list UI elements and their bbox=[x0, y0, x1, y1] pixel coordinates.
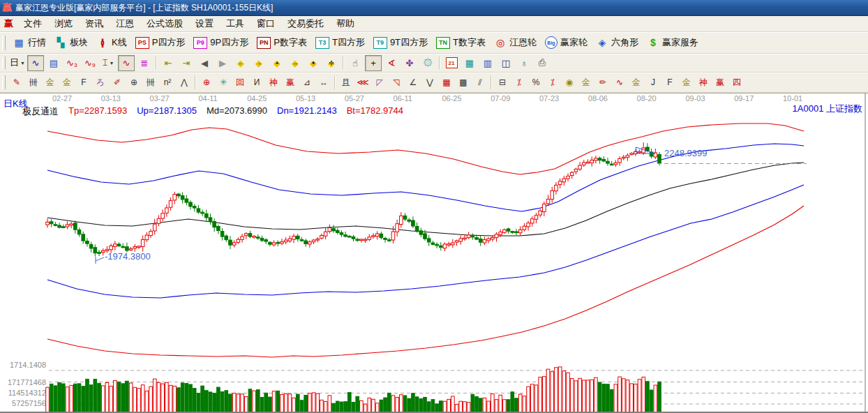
toolbar-button-t-square[interactable]: T3T四方形 bbox=[311, 34, 369, 51]
calendar-tool[interactable]: 21 bbox=[443, 55, 460, 71]
pencil-tool[interactable]: ✎ bbox=[9, 75, 24, 90]
star-grid[interactable]: ✳ bbox=[216, 75, 231, 90]
menu-trade-entrust[interactable]: 交易委托 bbox=[281, 17, 330, 30]
grid-box-red[interactable]: ▦ bbox=[439, 75, 454, 90]
prev-bar-button[interactable]: ◀ bbox=[196, 55, 213, 71]
spiral-grid[interactable]: 回 bbox=[232, 75, 248, 90]
toolbar-button-p-square[interactable]: PSP四方形 bbox=[131, 34, 190, 51]
menu-tools[interactable]: 工具 bbox=[220, 17, 250, 30]
shen-grid[interactable]: 神 bbox=[266, 75, 281, 90]
save-tool[interactable]: ◫ bbox=[497, 55, 514, 71]
diamond-swap[interactable]: ◆↔ bbox=[287, 55, 304, 71]
toolbar-button-winner-wheel[interactable]: Big赢家轮 bbox=[541, 34, 592, 51]
menu-browse[interactable]: 浏览 bbox=[48, 17, 79, 30]
brush-ruler[interactable]: ✏ bbox=[595, 75, 611, 90]
menu-gann[interactable]: 江恩 bbox=[110, 17, 140, 30]
toolbar-button-quotes[interactable]: ▦行情 bbox=[8, 34, 50, 51]
scale-tool[interactable]: ⊟ bbox=[495, 75, 510, 90]
bow-grid[interactable]: ろ bbox=[93, 75, 108, 90]
fan-box[interactable]: ◸ bbox=[372, 75, 387, 90]
toolbar-button-9p-square[interactable]: P99P四方形 bbox=[189, 34, 253, 51]
wave-line[interactable]: ∿ bbox=[612, 75, 627, 90]
box-fan[interactable]: ◹ bbox=[389, 75, 404, 90]
menu-formula-stock-pick[interactable]: 公式选股 bbox=[140, 17, 189, 30]
ruler-123[interactable]: ⊿ bbox=[299, 75, 315, 90]
gold-underline[interactable]: 金 bbox=[629, 75, 644, 90]
n-mark[interactable]: И bbox=[249, 75, 264, 90]
wave3-tool[interactable]: ∿₃ bbox=[63, 55, 80, 71]
ying-angle[interactable]: 赢 bbox=[712, 75, 728, 90]
candle-style-selector-dropdown-arrow[interactable]: ▼ bbox=[109, 61, 114, 66]
gold-circle[interactable]: ◉ bbox=[562, 75, 577, 90]
menu-window[interactable]: 窗口 bbox=[250, 17, 281, 30]
toolbar-button-t-number-table[interactable]: TNT数字表 bbox=[432, 34, 490, 51]
candle-style-selector[interactable]: ⌶▼ bbox=[100, 55, 117, 71]
f-grid[interactable]: F bbox=[76, 75, 91, 90]
shen-angle[interactable]: 神 bbox=[696, 75, 711, 90]
toolbar-button-sectors[interactable]: ▚板块 bbox=[50, 34, 92, 51]
kline-chart-area[interactable]: 日K线 02-2703-1303-2704-1104-2505-1305-270… bbox=[0, 93, 868, 413]
first-bar-button[interactable]: ⇤ bbox=[160, 55, 177, 71]
trend-line-tool[interactable]: ∠ bbox=[405, 75, 421, 90]
purple-tool[interactable]: ✤ bbox=[401, 55, 418, 71]
right-scrollbar-track[interactable] bbox=[865, 93, 866, 412]
gann-fan[interactable]: ⋘ bbox=[355, 75, 371, 90]
circle-grid[interactable]: ⊕ bbox=[126, 75, 142, 90]
diamond-right[interactable]: ◆→ bbox=[250, 55, 267, 71]
gold-grid-2[interactable]: 金 bbox=[59, 75, 75, 90]
menu-news[interactable]: 资讯 bbox=[79, 17, 110, 30]
volume-profile-tool[interactable]: ≣ bbox=[136, 55, 153, 71]
crosshair-tool[interactable]: + bbox=[365, 55, 382, 71]
pattern-tool[interactable]: ۞ bbox=[419, 55, 436, 71]
width-tool[interactable]: ↔ bbox=[316, 75, 331, 90]
gold-grid-1[interactable]: 金 bbox=[43, 75, 58, 90]
percent-tool[interactable]: % bbox=[528, 75, 544, 90]
f-angle[interactable]: F bbox=[662, 75, 678, 90]
plain-ruler[interactable]: 卌 bbox=[143, 75, 158, 90]
toolbar-button-kline[interactable]: ≬K线 bbox=[92, 34, 131, 51]
diamond-center[interactable]: ◆+ bbox=[269, 55, 285, 71]
toolbar-grip[interactable] bbox=[2, 75, 6, 89]
gold-angle[interactable]: 金 bbox=[679, 75, 694, 90]
diamond-expand[interactable]: ◆✦ bbox=[305, 55, 322, 71]
angle-line-tool[interactable]: ∢ bbox=[383, 55, 400, 71]
toolbar-button-winner-service[interactable]: $赢家服务 bbox=[643, 34, 703, 51]
menu-help[interactable]: 帮助 bbox=[330, 17, 361, 30]
period-selector-dropdown-arrow[interactable]: ▼ bbox=[20, 61, 25, 66]
percent-line-red[interactable]: ⁒ bbox=[511, 75, 527, 90]
diamond-left[interactable]: ◆← bbox=[232, 55, 249, 71]
red-zone-tool[interactable]: ∿ bbox=[118, 55, 135, 71]
j-angle[interactable]: J bbox=[645, 75, 661, 90]
parallel-lines[interactable]: ⫽ bbox=[472, 75, 488, 90]
hand-tool[interactable]: ☝ bbox=[347, 55, 364, 71]
calculator-tool[interactable]: ▦ bbox=[461, 55, 478, 71]
percent-eq[interactable]: ⁒ bbox=[545, 75, 560, 90]
brush-grid[interactable]: ✐ bbox=[110, 75, 125, 90]
v-lines-tool[interactable]: ⋁ bbox=[422, 75, 437, 90]
wave9-tool[interactable]: ∿₉ bbox=[82, 55, 98, 71]
toolbar-button-hexagon[interactable]: ◈六角形 bbox=[592, 34, 643, 51]
toolbar-button-9t-square[interactable]: T99T四方形 bbox=[369, 34, 432, 51]
n2-grid[interactable]: n² bbox=[160, 75, 175, 90]
toolbar-grip[interactable] bbox=[2, 57, 6, 69]
box-ruler[interactable]: 且 bbox=[338, 75, 354, 90]
grid-ruler[interactable]: 卌 bbox=[26, 75, 41, 90]
title-bar[interactable]: 赢 赢家江恩专业版[赢家内部服务平台] - [上证指数 SH1A0001-155… bbox=[0, 0, 868, 16]
diamond-collapse[interactable]: ◆✣ bbox=[323, 55, 340, 71]
last-bar-button[interactable]: ⇥ bbox=[178, 55, 195, 71]
toolbar-button-gann-wheel[interactable]: ◎江恩轮 bbox=[490, 34, 541, 51]
gold-line[interactable]: 金 bbox=[578, 75, 594, 90]
info-doc-tool[interactable]: ▤ bbox=[45, 55, 62, 71]
export-tool[interactable]: ♁ bbox=[516, 55, 532, 71]
zone-select-tool[interactable]: ∿ bbox=[27, 55, 44, 71]
toolbar-button-p-number-table[interactable]: PNP数字表 bbox=[253, 34, 311, 51]
period-selector[interactable]: 日▼ bbox=[9, 55, 26, 71]
ying-grid[interactable]: 赢 bbox=[283, 75, 298, 90]
notes-tool[interactable]: ▥ bbox=[479, 55, 496, 71]
print-tool[interactable]: ⎙ bbox=[534, 55, 551, 71]
toolbar-grip[interactable] bbox=[2, 36, 6, 50]
gann-circle[interactable]: ⊕ bbox=[199, 75, 214, 90]
menu-file[interactable]: 文件 bbox=[17, 17, 48, 30]
next-bar-button[interactable]: ▶ bbox=[214, 55, 231, 71]
angle-mirror[interactable]: ⋀ bbox=[177, 75, 192, 90]
